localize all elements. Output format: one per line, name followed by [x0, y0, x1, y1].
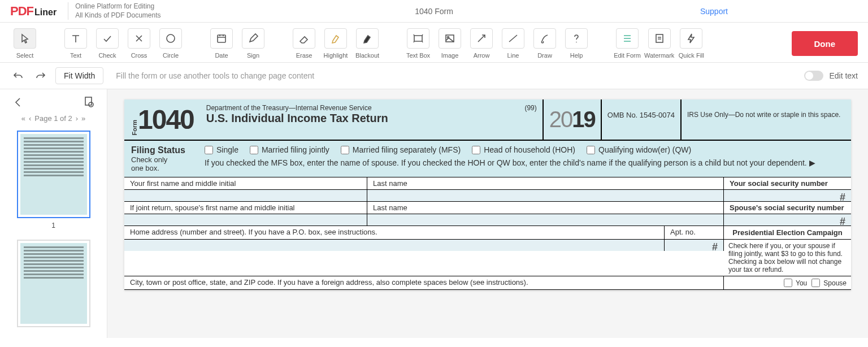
editform-label: Edit Form [614, 52, 641, 59]
last-page-icon[interactable]: » [81, 114, 85, 123]
circle-icon [165, 33, 176, 44]
text-icon [70, 33, 81, 44]
logo[interactable]: PDF Liner [10, 4, 57, 19]
city-label: City, town or post office, state, and ZI… [124, 276, 724, 289]
lname-label: Last name [367, 177, 724, 189]
svg-rect-4 [656, 34, 663, 42]
cb-spouse[interactable]: Spouse [811, 279, 847, 287]
textbox-tool[interactable]: Text Box [403, 28, 433, 59]
blackout-tool[interactable]: Blackout [353, 28, 382, 59]
redo-button[interactable] [33, 68, 49, 84]
filing-status-title: Filing Status [131, 145, 205, 155]
filing-sub2: one box. [131, 164, 205, 172]
textbox-icon [413, 33, 424, 44]
image-tool[interactable]: Image [435, 28, 465, 59]
cb-mfj[interactable]: Married filing jointly [250, 145, 329, 154]
fname-field[interactable] [124, 190, 367, 201]
circle-tool[interactable]: Circle [156, 28, 185, 59]
image-label: Image [441, 52, 459, 59]
svg-rect-1 [218, 35, 225, 42]
ssn-field[interactable]: # [724, 190, 851, 201]
fname-label: Your first name and middle initial [124, 177, 367, 189]
draw-tool[interactable]: Draw [530, 28, 559, 59]
cb-qw[interactable]: Qualifying widow(er) (QW) [587, 145, 691, 154]
sssn-field[interactable]: # [724, 214, 851, 225]
watermark-tool[interactable]: Watermark [644, 28, 674, 59]
erase-tool[interactable]: Erase [289, 28, 319, 59]
next-page-icon[interactable]: › [76, 114, 78, 123]
toolbar: Select Text Check Cross Circle Date Sign… [0, 23, 868, 63]
help-tool[interactable]: Help [562, 28, 591, 59]
edit-text-toggle[interactable]: Edit text [804, 71, 858, 81]
blackout-label: Blackout [355, 52, 379, 59]
apt-field[interactable]: # [665, 240, 724, 251]
line-icon [507, 33, 519, 44]
check-label: Check [98, 52, 116, 59]
undo-icon [12, 70, 24, 81]
fit-width-button[interactable]: Fit Width [55, 67, 103, 84]
select-tool[interactable]: Select [10, 28, 40, 59]
thumbnail-1[interactable] [17, 131, 90, 218]
ssn-label: Your social security number [724, 177, 851, 189]
prev-page-icon[interactable]: ‹ [29, 114, 31, 123]
filing-sub1: Check only [131, 155, 205, 164]
secondary-bar: Fit Width Fill the form or use another t… [0, 63, 868, 89]
help-label: Help [570, 52, 583, 59]
dept-text: Department of the Treasury—Internal Reve… [206, 104, 537, 112]
sfname-field[interactable] [124, 214, 367, 225]
check-tool[interactable]: Check [93, 28, 122, 59]
erase-label: Erase [296, 52, 313, 59]
document-title: 1040 Form [415, 7, 453, 16]
highlight-tool[interactable]: Highlight [321, 28, 350, 59]
lname-field[interactable] [367, 190, 724, 201]
form-number: 1040 [138, 104, 194, 135]
settings-doc-icon[interactable] [83, 96, 94, 107]
first-page-icon[interactable]: « [21, 114, 25, 123]
cb-mfs[interactable]: Married filing separately (MFS) [341, 145, 461, 154]
tagline-2: All Kinds of PDF Documents [75, 11, 160, 20]
bolt-icon [685, 33, 697, 44]
question-icon [571, 33, 582, 44]
cb-you[interactable]: You [784, 279, 807, 287]
addr-label: Home address (number and street). If you… [124, 226, 665, 239]
brush-icon [539, 33, 550, 44]
arrow-icon [476, 33, 487, 44]
slname-field[interactable] [367, 214, 724, 225]
quickfill-tool[interactable]: Quick Fill [676, 28, 706, 59]
eraser-icon [298, 33, 310, 44]
pres-title: Presidential Election Campaign [728, 228, 847, 237]
done-button[interactable]: Done [792, 31, 858, 56]
apt-label: Apt. no. [665, 226, 724, 239]
blackout-icon [362, 33, 373, 44]
app-header: PDF Liner Online Platform for Editing Al… [0, 0, 868, 23]
addr-field[interactable] [124, 240, 665, 251]
text-tool[interactable]: Text [61, 28, 90, 59]
thumbnail-2[interactable] [17, 240, 90, 327]
arrow-tool[interactable]: Arrow [467, 28, 496, 59]
quickfill-label: Quick Fill [679, 52, 704, 59]
cross-tool[interactable]: Cross [124, 28, 154, 59]
slname-label: Last name [367, 202, 724, 214]
omb-number: OMB No. 1545-0074 [602, 99, 682, 140]
undo-button[interactable] [10, 68, 26, 84]
sign-tool[interactable]: Sign [238, 28, 268, 59]
line-tool[interactable]: Line [498, 28, 528, 59]
cb-single[interactable]: Single [205, 145, 238, 154]
support-link[interactable]: Support [700, 7, 728, 16]
date-tool[interactable]: Date [207, 28, 236, 59]
logo-pdf: PDF [10, 4, 33, 19]
back-icon[interactable] [12, 96, 24, 107]
document-viewer[interactable]: Form 1040 (99) Department of the Treasur… [107, 89, 868, 338]
draw-label: Draw [537, 52, 552, 59]
editform-tool[interactable]: Edit Form [613, 28, 642, 59]
watermark-label: Watermark [644, 52, 674, 59]
date-label: Date [215, 52, 228, 59]
filing-note: If you checked the MFS box, enter the na… [205, 158, 844, 169]
calendar-icon [216, 33, 227, 44]
toggle-switch[interactable] [804, 71, 823, 81]
cb-hoh[interactable]: Head of household (HOH) [472, 145, 575, 154]
select-label: Select [16, 52, 34, 59]
highlighter-icon [330, 33, 341, 44]
textbox-label: Text Box [406, 52, 430, 59]
check-icon [102, 33, 113, 44]
